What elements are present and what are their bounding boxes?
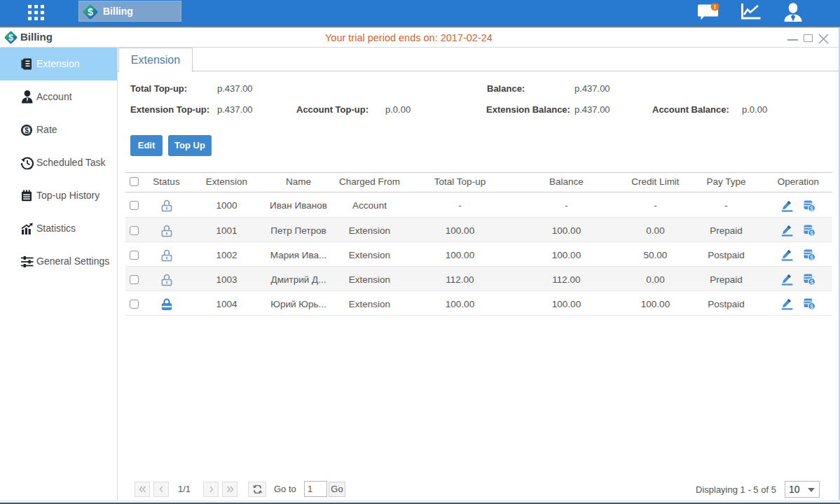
svg-text:$: $ <box>25 127 29 134</box>
svg-text:$: $ <box>810 303 813 310</box>
svg-text:!: ! <box>714 4 716 10</box>
svg-text:$: $ <box>810 254 813 261</box>
svg-text:$: $ <box>810 279 813 286</box>
svg-text:$: $ <box>810 230 813 237</box>
svg-text:$: $ <box>8 33 13 43</box>
svg-text:$: $ <box>88 6 93 18</box>
svg-text:$: $ <box>810 204 813 211</box>
